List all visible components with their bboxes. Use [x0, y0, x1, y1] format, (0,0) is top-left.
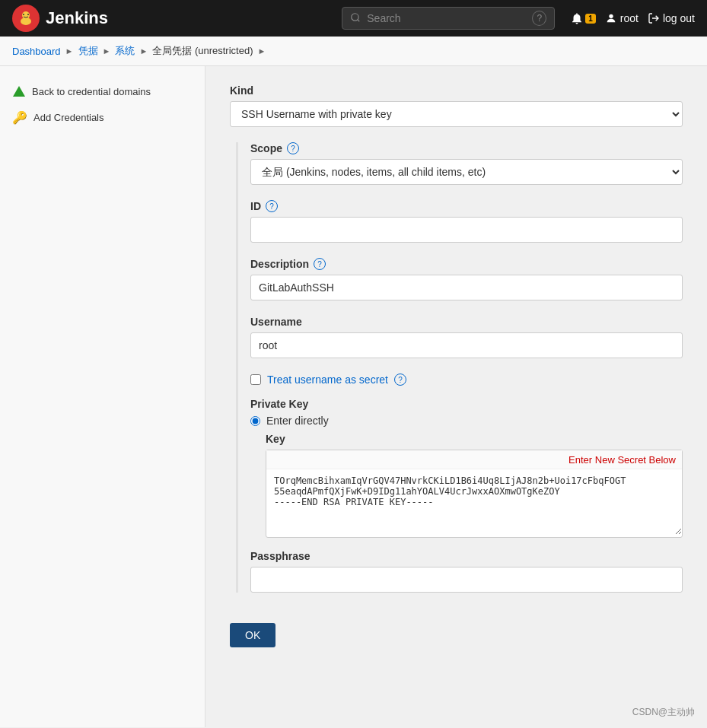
breadcrumb-sep-4: ►: [257, 46, 266, 56]
passphrase-field-group: Passphrase: [250, 550, 683, 593]
breadcrumb-current: 全局凭据 (unrestricted): [152, 44, 253, 58]
jenkins-logo-icon: [12, 5, 40, 32]
breadcrumb-sep-1: ►: [65, 46, 74, 56]
header-right: 1 root log out: [570, 11, 695, 25]
breadcrumb-sep-2: ►: [103, 46, 111, 56]
app-header: Jenkins ? 1 root: [0, 0, 707, 37]
sidebar: Back to credential domains 🔑 Add Credent…: [0, 66, 205, 727]
description-field-group: Description ?: [250, 258, 683, 300]
sidebar-item-add-credentials[interactable]: 🔑 Add Credentials: [0, 104, 205, 131]
back-arrow-icon: [12, 84, 26, 98]
search-input[interactable]: [367, 12, 526, 24]
jenkins-logo[interactable]: Jenkins: [12, 5, 108, 32]
logout-button[interactable]: log out: [648, 12, 695, 24]
main-content: Kind SSH Username with private key Scope…: [205, 66, 707, 727]
username-label-text: Username: [250, 316, 302, 328]
id-field-group: ID ?: [250, 200, 683, 243]
id-help-icon[interactable]: ?: [266, 200, 278, 212]
key-icon: 🔑: [12, 110, 27, 125]
key-textarea[interactable]: TOrqMemcBihxamIqVrGQV47HNvrkCKiLD1B6i4Uq…: [266, 469, 682, 535]
search-icon: [350, 12, 361, 25]
enter-directly-label[interactable]: Enter directly: [266, 415, 329, 427]
key-sub-label: Key: [266, 433, 683, 445]
notification-bell[interactable]: 1: [570, 11, 596, 25]
logout-label: log out: [663, 12, 695, 24]
kind-select[interactable]: SSH Username with private key: [230, 101, 683, 127]
enter-directly-radio[interactable]: [250, 416, 260, 426]
sidebar-add-label: Add Credentials: [33, 112, 104, 123]
svg-point-4: [352, 13, 358, 20]
search-help-icon[interactable]: ?: [532, 11, 546, 26]
svg-point-6: [609, 14, 613, 18]
scope-label-text: Scope: [250, 142, 282, 154]
kind-field-group: Kind SSH Username with private key: [230, 84, 683, 127]
enter-new-secret-label[interactable]: Enter New Secret Below: [568, 454, 676, 466]
id-input[interactable]: [250, 217, 683, 243]
key-textarea-header: Enter New Secret Below: [266, 450, 682, 469]
enter-directly-radio-row: Enter directly: [250, 415, 683, 427]
id-label-row: ID ?: [250, 200, 683, 212]
breadcrumb-system[interactable]: 系统: [115, 44, 135, 58]
breadcrumb-credentials[interactable]: 凭据: [78, 44, 98, 58]
username-field-group: Username: [250, 316, 683, 358]
private-key-section: Private Key Enter directly Key Enter New…: [250, 398, 683, 538]
jenkins-title: Jenkins: [46, 8, 108, 28]
breadcrumb-dashboard[interactable]: Dashboard: [12, 46, 61, 57]
scope-field-group: Scope ? 全局 (Jenkins, nodes, items, all c…: [250, 142, 683, 185]
svg-point-1: [21, 17, 31, 25]
key-textarea-wrapper: Enter New Secret Below TOrqMemcBihxamIqV…: [266, 450, 683, 538]
notification-count: 1: [585, 14, 596, 24]
user-menu[interactable]: root: [605, 12, 639, 24]
search-bar: ?: [342, 7, 555, 30]
breadcrumb-sep-3: ►: [139, 46, 148, 56]
private-key-label: Private Key: [250, 398, 683, 410]
scope-label-row: Scope ?: [250, 142, 683, 154]
description-help-icon[interactable]: ?: [314, 258, 326, 270]
treat-username-secret-help-icon[interactable]: ?: [394, 374, 406, 386]
passphrase-input[interactable]: [250, 567, 683, 593]
treat-username-secret-checkbox[interactable]: [250, 374, 261, 385]
breadcrumb: Dashboard ► 凭据 ► 系统 ► 全局凭据 (unrestricted…: [0, 37, 707, 66]
sidebar-item-back[interactable]: Back to credential domains: [0, 78, 205, 104]
svg-point-3: [27, 14, 29, 15]
passphrase-label: Passphrase: [250, 550, 683, 562]
watermark: CSDN@主动帅: [632, 706, 695, 719]
scope-select[interactable]: 全局 (Jenkins, nodes, items, all child ite…: [250, 159, 683, 185]
ok-button[interactable]: OK: [230, 623, 275, 647]
treat-username-secret-row: Treat username as secret ?: [250, 374, 683, 386]
svg-point-2: [23, 14, 24, 15]
id-label-text: ID: [250, 200, 261, 212]
treat-username-secret-label[interactable]: Treat username as secret: [267, 374, 388, 386]
page-layout: Back to credential domains 🔑 Add Credent…: [0, 66, 707, 727]
svg-line-5: [358, 19, 360, 21]
kind-label: Kind: [230, 84, 683, 97]
username-input[interactable]: [250, 332, 683, 358]
description-input[interactable]: [250, 275, 683, 300]
description-label-text: Description: [250, 258, 309, 270]
username-label-row: Username: [250, 316, 683, 328]
username-label: root: [620, 12, 639, 24]
credentials-form: Scope ? 全局 (Jenkins, nodes, items, all c…: [236, 142, 683, 593]
description-label-row: Description ?: [250, 258, 683, 270]
scope-help-icon[interactable]: ?: [287, 142, 299, 154]
sidebar-back-label: Back to credential domains: [32, 86, 151, 97]
